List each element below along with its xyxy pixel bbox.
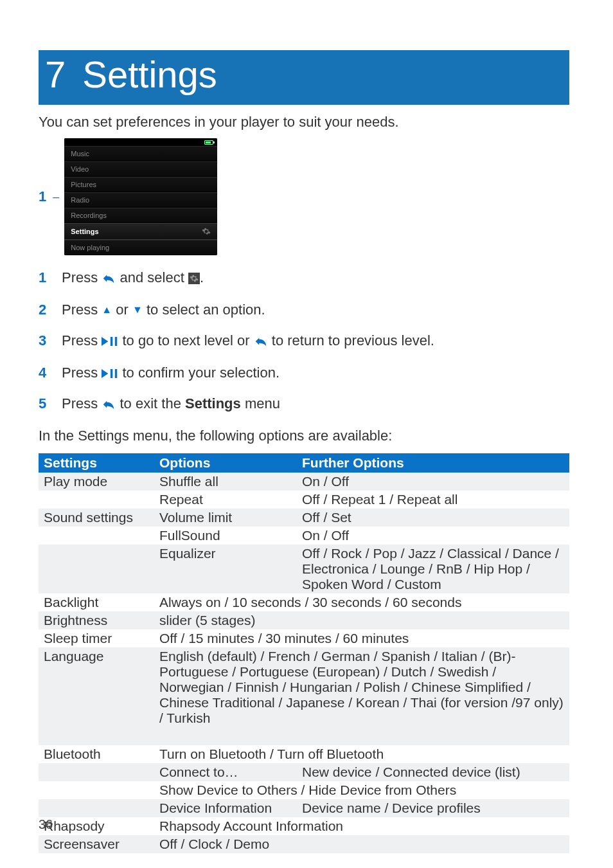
cell-further: New device / Connected device (list) [297,763,569,781]
table-row: FullSoundOn / Off [39,527,569,545]
cell-setting: Rhapsody [39,817,154,835]
cell-further: Off / Rock / Pop / Jazz / Classical / Da… [297,545,569,593]
cell-setting [39,727,154,745]
cell-option: FullSound [154,527,297,545]
instruction-step: 1Press and select . [39,269,569,287]
callout-tick: – [53,190,59,204]
table-row: Brightnessslider (5 stages) [39,611,569,629]
chapter-title: Settings [82,53,217,96]
table-row [39,727,569,745]
instruction-steps: 1Press and select .2Press ▲ or ▼ to sele… [39,269,569,413]
play-pause-icon [102,332,118,348]
play-pause-icon [102,365,118,381]
instruction-step: 5Press to exit the Settings menu [39,395,569,413]
table-row: RepeatOff / Repeat 1 / Repeat all [39,491,569,509]
cell-further: On / Off [297,473,569,491]
cell-option: Connect to… [154,763,297,781]
table-row: Sound settingsVolume limitOff / Set [39,509,569,527]
step-number: 4 [39,365,50,381]
cell-setting [39,763,154,781]
step-number: 2 [39,302,50,318]
device-menu-item: Recordings [64,208,217,223]
table-row: BacklightAlways on / 10 seconds / 30 sec… [39,593,569,611]
cell-setting: Screensaver [39,835,154,853]
cell-setting [39,799,154,817]
gear-icon [202,227,211,236]
table-header: Further Options [297,453,569,473]
cell-options-span: Show Device to Others / Hide Device from… [154,781,569,799]
device-menu-item: Music [64,146,217,161]
cell-option: Volume limit [154,509,297,527]
step-number: 1 [39,269,50,286]
step-text: Press to go to next level or to return t… [62,332,569,350]
cell-options-span: slider (5 stages) [154,611,569,629]
back-icon [102,397,116,413]
sub-intro: In the Settings menu, the following opti… [39,428,569,444]
table-row: LanguageEnglish (default) / French / Ger… [39,647,569,727]
cell-options-span: Rhapsody Account Information [154,817,569,835]
cell-options-span: English (default) / French / German / Sp… [154,647,569,727]
settings-table: Settings Options Further Options Play mo… [39,453,569,853]
step-number: 3 [39,332,50,349]
cell-options-span: Turn on Bluetooth / Turn off Bluetooth [154,745,569,763]
table-row: Device InformationDevice name / Device p… [39,799,569,817]
down-arrow-icon: ▼ [132,304,143,315]
table-row: RhapsodyRhapsody Account Information [39,817,569,835]
cell-setting [39,491,154,509]
cell-further: Off / Repeat 1 / Repeat all [297,491,569,509]
chapter-number: 7 [45,53,66,96]
cell-option: Device Information [154,799,297,817]
cell-options-span: Off / 15 minutes / 30 minutes / 60 minut… [154,629,569,647]
cell-further: On / Off [297,527,569,545]
gear-icon [188,273,200,284]
device-mock: MusicVideoPicturesRadioRecordingsSetting… [64,138,217,255]
device-menu-item: Video [64,161,217,177]
cell-option: Equalizer [154,545,297,593]
device-screenshot-area: 1 – MusicVideoPicturesRadioRecordingsSet… [39,138,569,255]
callout-number: 1 [39,188,46,205]
cell-setting: Language [39,647,154,727]
cell-setting: Play mode [39,473,154,491]
cell-setting: Bluetooth [39,745,154,763]
cell-setting [39,527,154,545]
table-row: EqualizerOff / Rock / Pop / Jazz / Class… [39,545,569,593]
step-text: Press to exit the Settings menu [62,395,569,413]
cell-options-span [154,727,569,745]
back-icon [254,334,268,350]
device-menu-item: Radio [64,192,217,208]
table-row: Play modeShuffle allOn / Off [39,473,569,491]
page-number: 36 [39,817,53,832]
step-number: 5 [39,395,50,412]
cell-further: Off / Set [297,509,569,527]
step-text: Press to confirm your selection. [62,365,569,381]
cell-setting [39,545,154,593]
cell-option: Repeat [154,491,297,509]
device-menu-item: Now playing [64,240,217,255]
instruction-step: 4Press to confirm your selection. [39,365,569,381]
table-header: Settings [39,453,154,473]
chapter-heading: 7 Settings [39,50,569,105]
table-header: Options [154,453,297,473]
cell-setting [39,781,154,799]
cell-further: Device name / Device profiles [297,799,569,817]
cell-setting: Sound settings [39,509,154,527]
step-text: Press and select . [62,269,569,287]
instruction-step: 2Press ▲ or ▼ to select an option. [39,302,569,318]
table-row: BluetoothTurn on Bluetooth / Turn off Bl… [39,745,569,763]
instruction-step: 3Press to go to next level or to return … [39,332,569,350]
intro-text: You can set preferences in your player t… [39,114,569,131]
cell-setting: Backlight [39,593,154,611]
up-arrow-icon: ▲ [102,304,112,315]
cell-setting: Sleep timer [39,629,154,647]
cell-options-span: Off / Clock / Demo [154,835,569,853]
table-row: Connect to…New device / Connected device… [39,763,569,781]
cell-options-span: Always on / 10 seconds / 30 seconds / 60… [154,593,569,611]
table-row: Sleep timerOff / 15 minutes / 30 minutes… [39,629,569,647]
table-row: ScreensaverOff / Clock / Demo [39,835,569,853]
cell-option: Shuffle all [154,473,297,491]
cell-setting: Brightness [39,611,154,629]
battery-icon [204,140,213,145]
table-row: Show Device to Others / Hide Device from… [39,781,569,799]
device-menu-item: Settings [64,223,217,240]
back-icon [102,271,116,287]
